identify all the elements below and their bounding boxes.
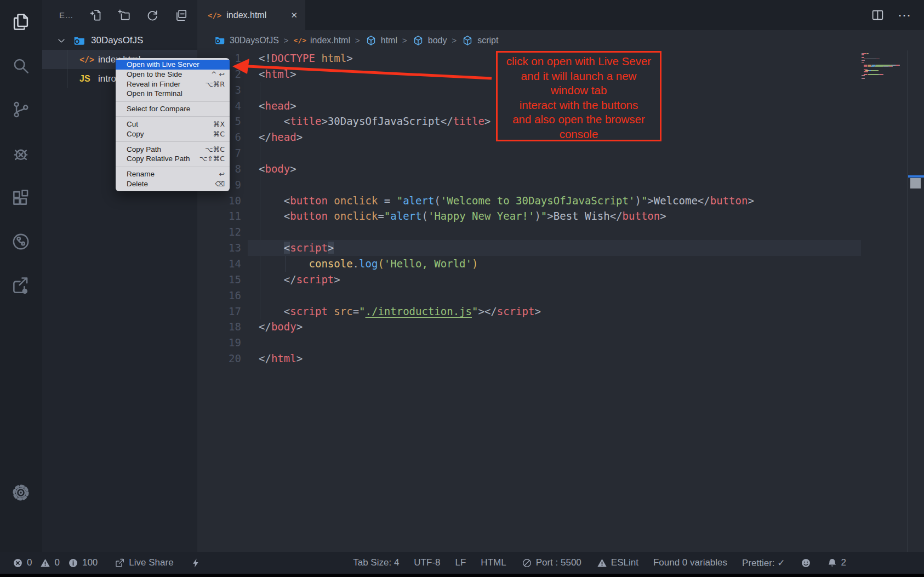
- breadcrumb: 30DaysOfJS></>index.html>html>body>scrip…: [197, 30, 908, 50]
- search-icon[interactable]: [10, 55, 31, 76]
- more-actions-icon[interactable]: ⋯: [898, 13, 912, 18]
- breadcrumb-item-html[interactable]: html: [365, 35, 397, 47]
- menu-item-reveal-in-finder[interactable]: Reveal in Finder⌥⌘R: [116, 79, 230, 89]
- menu-item-copy[interactable]: Copy⌘C: [116, 129, 230, 139]
- breadcrumb-item-index.html[interactable]: </>index.html: [294, 36, 350, 45]
- code-line-15[interactable]: 15 </script>: [197, 272, 861, 288]
- source-control-icon[interactable]: [10, 99, 31, 120]
- code-line-18[interactable]: 18</body>: [197, 319, 861, 335]
- code-line-7[interactable]: 7: [197, 145, 861, 161]
- menu-item-open-to-the-side[interactable]: Open to the Side^ ↩: [116, 70, 230, 79]
- code-line-20[interactable]: 20</html>: [197, 351, 861, 367]
- status-encoding[interactable]: UTF-8: [414, 557, 440, 568]
- menu-separator: [116, 141, 230, 142]
- code-line-17[interactable]: 17 <script src="./introduction.js"></scr…: [197, 304, 861, 319]
- code-text: <title>30DaysOfJavaScript</title>: [259, 115, 490, 127]
- tab-index-html[interactable]: </> index.html ✕: [197, 0, 305, 30]
- menu-item-label: Rename: [127, 169, 155, 179]
- menu-item-label: Open to the Side: [127, 70, 182, 79]
- code-line-12[interactable]: 12: [197, 224, 861, 240]
- status-label: Prettier: ✓: [742, 557, 785, 569]
- folder-icon: [214, 35, 226, 47]
- symbol-cube-icon: [365, 35, 377, 47]
- annotation-line: click on open with Live Sever: [498, 54, 660, 69]
- menu-item-shortcut: ⌥⌘R: [205, 79, 225, 89]
- breadcrumb-item-script[interactable]: script: [461, 35, 498, 47]
- breadcrumb-item-30DaysOfJS[interactable]: 30DaysOfJS: [214, 35, 279, 47]
- status-feedback[interactable]: [800, 557, 812, 569]
- code-text: <head>: [259, 100, 296, 112]
- status-errors[interactable]: 0: [12, 557, 32, 569]
- status-live-share[interactable]: Live Share: [114, 557, 173, 569]
- menu-item-select-for-compare[interactable]: Select for Compare: [116, 104, 230, 114]
- status-prettier[interactable]: Prettier: ✓: [742, 557, 785, 569]
- code-text: </head>: [259, 131, 303, 143]
- status-info-count[interactable]: 100: [67, 557, 98, 569]
- code-line-13[interactable]: 13 <script>: [197, 240, 861, 256]
- status-language-mode[interactable]: HTML: [481, 557, 506, 568]
- html-file-icon: </>: [208, 11, 221, 20]
- extensions-icon[interactable]: [10, 188, 31, 209]
- code-text: </html>: [259, 352, 303, 364]
- menu-item-label: Select for Compare: [127, 104, 190, 114]
- code-line-16[interactable]: 16: [197, 288, 861, 304]
- menu-item-label: Delete: [127, 179, 148, 189]
- status-label: Tab Size: 4: [353, 557, 399, 568]
- menu-item-shortcut: ⌘X: [213, 119, 225, 129]
- menu-item-label: Open in Terminal: [127, 89, 182, 99]
- settings-icon[interactable]: [10, 482, 31, 503]
- status-eslint[interactable]: ESLint: [596, 557, 638, 569]
- code-line-10[interactable]: 10 <button onclick = "alert('Welcome to …: [197, 193, 861, 209]
- status-bar: 00100Live Share Tab Size: 4UTF-8LFHTMLPo…: [0, 552, 924, 574]
- menu-item-shortcut: ⌥⌘C: [205, 145, 225, 155]
- status-eol[interactable]: LF: [455, 557, 466, 568]
- new-file-icon[interactable]: [89, 8, 104, 22]
- status-quick-action[interactable]: [190, 557, 202, 569]
- code-line-9[interactable]: 9: [197, 177, 861, 193]
- menu-item-cut[interactable]: Cut⌘X: [116, 119, 230, 129]
- menu-item-shortcut: ^ ↩: [211, 70, 225, 79]
- code-text: </script>: [259, 273, 340, 285]
- menu-item-copy-path[interactable]: Copy Path⌥⌘C: [116, 145, 230, 155]
- status-label: 2: [841, 557, 846, 568]
- new-folder-icon[interactable]: [117, 8, 132, 22]
- status-live-server-port[interactable]: Port : 5500: [521, 557, 581, 569]
- status-notifications[interactable]: 2: [826, 557, 846, 569]
- menu-separator: [116, 101, 230, 102]
- status-tab-size[interactable]: Tab Size: 4: [353, 557, 399, 568]
- status-label: Port : 5500: [536, 557, 581, 568]
- status-label: ESLint: [611, 557, 638, 568]
- menu-item-shortcut: ↩: [219, 169, 225, 179]
- minimap[interactable]: [861, 53, 908, 97]
- code-line-8[interactable]: 8<body>: [197, 161, 861, 177]
- scrollbar-thumb[interactable]: [910, 178, 921, 188]
- breadcrumb-item-body[interactable]: body: [412, 35, 447, 47]
- menu-item-open-with-live-server[interactable]: Open with Live Server: [116, 60, 230, 70]
- menu-item-label: Reveal in Finder: [127, 79, 180, 89]
- menu-item-rename[interactable]: Rename↩: [116, 169, 230, 179]
- live-server-port-icon: [521, 557, 533, 569]
- menu-item-open-in-terminal[interactable]: Open in Terminal: [116, 89, 230, 99]
- editor-tab-bar: </> index.html ✕ ⋯: [197, 0, 924, 30]
- live-share-icon[interactable]: [10, 275, 31, 296]
- status-variables[interactable]: Found 0 variables: [653, 557, 727, 568]
- code-line-11[interactable]: 11 <button onclick="alert('Happy New Yea…: [197, 208, 861, 224]
- refresh-icon[interactable]: [145, 8, 159, 22]
- explorer-icon[interactable]: [10, 12, 31, 32]
- explorer-indent-guide: [67, 50, 67, 88]
- code-line-19[interactable]: 19: [197, 335, 861, 351]
- status-label: Found 0 variables: [653, 557, 727, 568]
- collapse-all-icon[interactable]: [174, 8, 188, 22]
- gitlens-icon[interactable]: [10, 231, 31, 252]
- status-warnings[interactable]: 0: [39, 557, 59, 569]
- menu-item-copy-relative-path[interactable]: Copy Relative Path⌥⇧⌘C: [116, 154, 230, 164]
- status-label: HTML: [481, 557, 506, 568]
- run-debug-icon[interactable]: [10, 144, 31, 164]
- line-number: 20: [197, 351, 241, 367]
- line-number: 16: [197, 288, 241, 304]
- code-line-14[interactable]: 14 console.log('Hello, World'): [197, 256, 861, 272]
- explorer-folder-row[interactable]: 30DaysOfJS: [42, 31, 197, 50]
- split-editor-icon[interactable]: [871, 8, 885, 22]
- close-icon[interactable]: ✕: [290, 10, 298, 20]
- menu-item-delete[interactable]: Delete⌫: [116, 179, 230, 189]
